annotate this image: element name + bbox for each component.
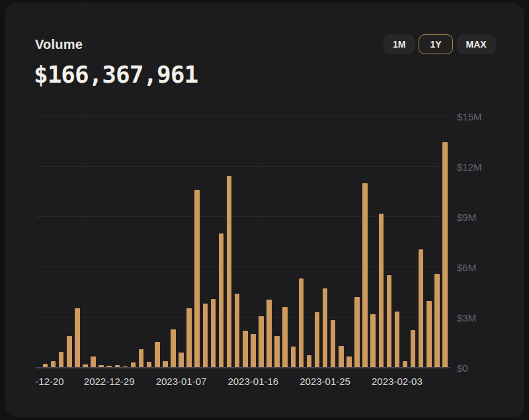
x-axis-label: 2023-02-03 xyxy=(372,376,423,387)
range-button-max[interactable]: MAX xyxy=(457,34,496,54)
gridline-12m xyxy=(36,166,450,167)
range-button-1m[interactable]: 1M xyxy=(384,34,415,54)
y-axis-label: $9M xyxy=(457,211,476,222)
x-axis-label: 2022-12-29 xyxy=(84,376,135,387)
volume-bar[interactable] xyxy=(354,297,360,367)
volume-bar[interactable] xyxy=(379,214,384,367)
volume-bar[interactable] xyxy=(123,366,128,368)
volume-bar[interactable] xyxy=(259,316,264,367)
gridline-9m xyxy=(36,216,450,217)
volume-bar[interactable] xyxy=(115,365,120,367)
x-axis-line xyxy=(36,367,450,368)
volume-bar[interactable] xyxy=(291,347,296,367)
volume-bar[interactable] xyxy=(139,349,144,367)
volume-bar[interactable] xyxy=(274,336,280,367)
volume-bar[interactable] xyxy=(155,342,160,367)
volume-bar[interactable] xyxy=(442,142,448,367)
plot-area[interactable]: $0$3M$6M$9M$12M$15M-12-202022-12-292023-… xyxy=(36,109,450,368)
y-axis-label: $6M xyxy=(457,261,476,273)
volume-bar[interactable] xyxy=(427,301,432,367)
volume-bar[interactable] xyxy=(99,365,104,367)
volume-bar[interactable] xyxy=(235,294,240,367)
volume-bar[interactable] xyxy=(403,361,408,367)
volume-bar[interactable] xyxy=(211,299,216,367)
x-axis-label: -12-20 xyxy=(35,376,63,387)
x-axis-label: 2023-01-25 xyxy=(300,376,350,387)
volume-bar[interactable] xyxy=(282,307,288,368)
y-axis-label: $12M xyxy=(457,161,482,172)
page-background: { "header": { "title": "Volume", "total_… xyxy=(0,0,529,420)
volume-bar[interactable] xyxy=(147,362,152,367)
volume-bar[interactable] xyxy=(51,361,56,367)
volume-bar[interactable] xyxy=(203,304,208,367)
volume-bar[interactable] xyxy=(83,364,88,367)
volume-bar[interactable] xyxy=(346,357,352,367)
volume-bar[interactable] xyxy=(434,274,440,367)
volume-bar[interactable] xyxy=(339,346,344,367)
volume-bar[interactable] xyxy=(227,176,232,367)
volume-bar[interactable] xyxy=(75,308,80,367)
volume-bar[interactable] xyxy=(362,183,368,367)
volume-bar[interactable] xyxy=(67,336,72,367)
volume-bar[interactable] xyxy=(370,314,376,367)
gridline-6m xyxy=(36,267,450,267)
y-axis-label: $0 xyxy=(457,362,468,374)
y-axis-label: $3M xyxy=(457,312,476,323)
volume-bar[interactable] xyxy=(331,320,336,367)
volume-bar[interactable] xyxy=(243,331,248,367)
volume-bar[interactable] xyxy=(131,362,136,367)
chart-title: Volume xyxy=(35,37,83,52)
volume-bar[interactable] xyxy=(251,334,256,367)
gridline-15m xyxy=(36,116,450,116)
volume-bar[interactable] xyxy=(59,352,64,367)
volume-bar[interactable] xyxy=(219,233,224,367)
volume-bar[interactable] xyxy=(387,275,392,367)
total-volume-value: $166,367,961 xyxy=(34,61,198,88)
volume-bar[interactable] xyxy=(179,353,184,367)
range-selector: 1M1YMAX xyxy=(384,34,496,54)
volume-bar[interactable] xyxy=(91,357,96,367)
volume-bar[interactable] xyxy=(163,361,168,367)
volume-bar[interactable] xyxy=(186,308,192,367)
x-axis-label: 2023-01-16 xyxy=(227,376,278,387)
volume-bar[interactable] xyxy=(171,329,176,367)
volume-bar[interactable] xyxy=(106,366,112,367)
volume-bar[interactable] xyxy=(315,312,320,367)
volume-bar[interactable] xyxy=(194,190,200,367)
range-button-1y[interactable]: 1Y xyxy=(419,34,452,54)
volume-bar[interactable] xyxy=(266,300,272,367)
volume-bar[interactable] xyxy=(323,288,328,367)
volume-bar[interactable] xyxy=(395,312,400,367)
volume-bar[interactable] xyxy=(419,249,424,367)
volume-bar[interactable] xyxy=(307,355,312,367)
volume-bar[interactable] xyxy=(43,364,48,367)
y-axis-label: $15M xyxy=(457,110,482,122)
volume-bar[interactable] xyxy=(299,278,304,367)
volume-chart-card: Volume $166,367,961 1M1YMAX $0$3M$6M$9M$… xyxy=(5,3,524,417)
x-axis-label: 2023-01-07 xyxy=(156,376,207,387)
volume-bar[interactable] xyxy=(411,330,416,367)
